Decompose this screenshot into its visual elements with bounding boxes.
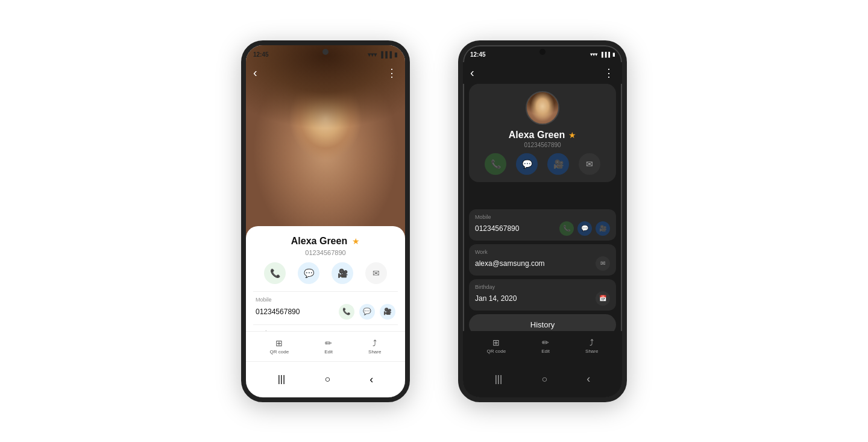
nav-back-dark[interactable]: ‹ bbox=[587, 373, 590, 385]
mobile-call-dark[interactable]: 📞 bbox=[559, 221, 574, 236]
work-value-dark: alexa@samsung.com bbox=[475, 259, 545, 268]
contact-phone-light: 01234567890 bbox=[253, 249, 398, 256]
call-button-light[interactable]: 📞 bbox=[264, 262, 286, 284]
edit-button-light[interactable]: ✏ Edit bbox=[324, 338, 333, 355]
dark-contact-name: Alexa Green bbox=[509, 130, 565, 140]
phone-dark: 12:45 ▾▾▾ ▐▐▐ ▮ ‹ ⋮ Alexa Green ★ 012345… bbox=[458, 40, 627, 402]
video-button-light[interactable]: 🎥 bbox=[332, 262, 353, 284]
work-label-dark: Work bbox=[475, 249, 610, 255]
mobile-actions-light: 📞 💬 🎥 bbox=[339, 304, 395, 320]
bottom-toolbar-dark: ⊞ QR code ✏ Edit ⤴ Share bbox=[463, 331, 622, 361]
battery-icon-dark: ▮ bbox=[612, 52, 615, 57]
mobile-label-light: Mobile bbox=[256, 297, 395, 303]
message-button-dark[interactable]: 💬 bbox=[516, 153, 538, 175]
call-button-dark[interactable]: 📞 bbox=[485, 153, 506, 175]
back-button-light[interactable]: ‹ bbox=[253, 66, 257, 80]
avatar-dark bbox=[526, 91, 559, 125]
share-button-light[interactable]: ⤴ Share bbox=[368, 338, 381, 355]
qr-code-button-light[interactable]: ⊞ QR code bbox=[270, 338, 289, 355]
signal-icon: ▐▐▐ bbox=[379, 51, 392, 58]
dark-name-row: Alexa Green ★ bbox=[509, 130, 576, 140]
video-button-dark[interactable]: 🎥 bbox=[547, 153, 569, 175]
nav-home-light[interactable]: ○ bbox=[324, 374, 330, 385]
share-label-light: Share bbox=[368, 349, 381, 355]
status-bar-dark: 12:45 ▾▾▾ ▐▐▐ ▮ bbox=[463, 45, 622, 62]
mobile-value-dark: 01234567890 bbox=[475, 224, 519, 233]
birthday-value-dark: Jan 14, 2020 bbox=[475, 294, 517, 303]
mobile-video-icon-light[interactable]: 🎥 bbox=[380, 304, 395, 320]
dark-phone-sub: 01234567890 bbox=[524, 142, 561, 148]
edit-button-dark[interactable]: ✏ Edit bbox=[541, 338, 550, 354]
edit-label-light: Edit bbox=[324, 349, 333, 355]
share-label-dark: Share bbox=[585, 349, 598, 354]
email-button-light[interactable]: ✉ bbox=[365, 262, 387, 284]
time-dark: 12:45 bbox=[470, 51, 486, 58]
edit-icon-dark: ✏ bbox=[542, 338, 549, 347]
bottom-nav-light: ||| ○ ‹ bbox=[246, 361, 405, 397]
wifi-icon-dark: ▾▾▾ bbox=[590, 52, 597, 57]
work-value-row-dark: alexa@samsung.com ✉ bbox=[475, 256, 610, 271]
favorite-star-light[interactable]: ★ bbox=[352, 236, 360, 246]
work-section-dark: Work alexa@samsung.com ✉ bbox=[469, 244, 616, 276]
qr-label-dark: QR code bbox=[487, 349, 506, 354]
notch-dark bbox=[539, 49, 546, 55]
dark-action-row: 📞 💬 🎥 ✉ bbox=[485, 153, 600, 175]
status-icons-light: ▾▾▾ ▐▐▐ ▮ bbox=[368, 51, 398, 58]
mobile-icons-dark: 📞 💬 🎥 bbox=[559, 221, 610, 236]
mobile-value-row-light: 01234567890 📞 💬 🎥 bbox=[256, 304, 395, 320]
mobile-msg-dark[interactable]: 💬 bbox=[577, 221, 592, 236]
nav-menu-light[interactable]: ||| bbox=[278, 374, 285, 385]
qr-code-button-dark[interactable]: ⊞ QR code bbox=[487, 338, 506, 354]
mobile-section-dark: Mobile 01234567890 📞 💬 🎥 bbox=[469, 209, 616, 241]
signal-icon-dark: ▐▐▐ bbox=[600, 52, 610, 57]
time-light: 12:45 bbox=[253, 51, 269, 58]
status-bar-light: 12:45 ▾▾▾ ▐▐▐ ▮ bbox=[246, 45, 405, 62]
contact-name-row: Alexa Green ★ bbox=[253, 236, 398, 247]
bottom-toolbar-light: ⊞ QR code ✏ Edit ⤴ Share bbox=[246, 331, 405, 361]
qr-label-light: QR code bbox=[270, 349, 289, 355]
message-button-light[interactable]: 💬 bbox=[298, 262, 319, 284]
contact-name-light: Alexa Green bbox=[291, 236, 347, 247]
mobile-label-dark: Mobile bbox=[475, 214, 610, 220]
dark-contact-top: Alexa Green ★ 01234567890 📞 💬 🎥 ✉ bbox=[469, 84, 616, 182]
back-button-dark[interactable]: ‹ bbox=[470, 66, 474, 80]
email-button-dark[interactable]: ✉ bbox=[579, 153, 600, 175]
nav-back-light[interactable]: ‹ bbox=[370, 373, 373, 386]
qr-icon-light: ⊞ bbox=[275, 338, 283, 348]
more-button-dark[interactable]: ⋮ bbox=[603, 66, 615, 80]
mobile-value-row-dark: 01234567890 📞 💬 🎥 bbox=[475, 221, 610, 236]
notch-light bbox=[322, 49, 329, 55]
wifi-icon: ▾▾▾ bbox=[368, 51, 377, 58]
mobile-value-light: 01234567890 bbox=[256, 308, 300, 316]
nav-home-dark[interactable]: ○ bbox=[541, 374, 547, 385]
bottom-nav-dark: ||| ○ ‹ bbox=[463, 361, 622, 397]
avatar-image-dark bbox=[527, 92, 558, 124]
status-icons-dark: ▾▾▾ ▐▐▐ ▮ bbox=[590, 52, 615, 57]
qr-icon-dark: ⊞ bbox=[492, 338, 500, 347]
mobile-video-dark[interactable]: 🎥 bbox=[596, 221, 610, 236]
hero-photo: ‹ ⋮ bbox=[246, 45, 405, 238]
birthday-label-dark: Birthday bbox=[475, 284, 610, 290]
birthday-value-row-dark: Jan 14, 2020 📅 bbox=[475, 291, 610, 306]
nav-bar-dark: ‹ ⋮ bbox=[463, 62, 622, 84]
share-icon-dark: ⤴ bbox=[590, 338, 594, 347]
more-button-light[interactable]: ⋮ bbox=[386, 66, 398, 80]
edit-icon-light: ✏ bbox=[325, 338, 332, 348]
mobile-msg-icon-light[interactable]: 💬 bbox=[359, 304, 375, 320]
dark-details: Mobile 01234567890 📞 💬 🎥 Work alexa@sams… bbox=[469, 209, 616, 335]
share-button-dark[interactable]: ⤴ Share bbox=[585, 338, 598, 354]
phone-light: 12:45 ▾▾▾ ▐▐▐ ▮ ‹ ⋮ Alexa Green ★ 012345… bbox=[241, 40, 410, 402]
nav-menu-dark[interactable]: ||| bbox=[495, 374, 502, 385]
favorite-star-dark[interactable]: ★ bbox=[568, 130, 576, 140]
share-icon-light: ⤴ bbox=[373, 338, 377, 348]
work-email-dark[interactable]: ✉ bbox=[596, 256, 610, 271]
birthday-section-dark: Birthday Jan 14, 2020 📅 bbox=[469, 279, 616, 311]
action-row-light: 📞 💬 🎥 ✉ bbox=[253, 262, 398, 284]
edit-label-dark: Edit bbox=[541, 349, 550, 354]
nav-bar-light: ‹ ⋮ bbox=[246, 62, 405, 84]
mobile-section-light: Mobile 01234567890 📞 💬 🎥 bbox=[253, 291, 398, 324]
mobile-call-icon-light[interactable]: 📞 bbox=[339, 304, 354, 320]
battery-icon: ▮ bbox=[394, 51, 398, 58]
birthday-cal-dark[interactable]: 📅 bbox=[596, 291, 610, 306]
